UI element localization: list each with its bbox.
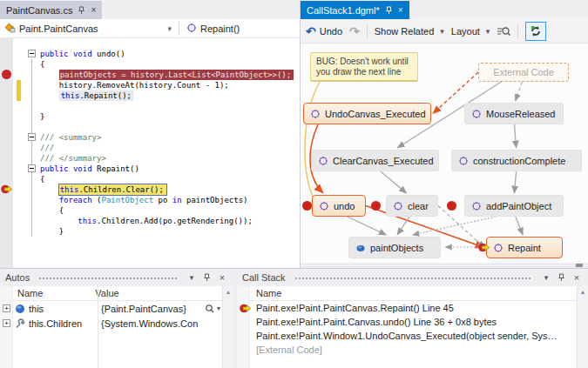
variable-name[interactable]: this	[29, 304, 44, 314]
method-icon	[458, 156, 469, 166]
breakpoint-icon[interactable]	[2, 70, 11, 79]
name-column-header[interactable]: Name	[256, 288, 281, 298]
code-line[interactable]: {	[40, 59, 300, 70]
graph-node-clear[interactable]: clear	[386, 195, 438, 217]
window-menu-icon[interactable]: ▾	[186, 273, 198, 282]
code-line[interactable]: {	[40, 205, 300, 216]
current-statement-highlight: this.Children.Clear();	[59, 184, 166, 195]
pin-icon[interactable]	[558, 273, 565, 282]
code-line[interactable]: this.Repaint();	[40, 90, 300, 101]
fold-collapse-icon[interactable]	[28, 50, 36, 57]
autos-titlebar[interactable]: Autos ▾ ×	[0, 269, 233, 286]
code-line[interactable]: public void undo()	[40, 49, 300, 59]
graph-node-clearExec[interactable]: ClearCanvas_Executed	[311, 150, 439, 171]
graph-bottom-strip	[301, 263, 588, 268]
filter-button[interactable]	[497, 25, 510, 37]
redo-button[interactable]: ↷	[349, 25, 360, 37]
fold-collapse-icon[interactable]	[28, 164, 36, 172]
graph-node-paintObjects[interactable]: paintObjects	[348, 237, 441, 258]
code-line[interactable]: this.Children.Add(po.getRendering());	[40, 216, 300, 226]
scroll-thumb[interactable]	[576, 264, 583, 267]
bug-note[interactable]: BUG: Doesn't work until you draw the nex…	[310, 52, 418, 82]
code-line[interactable]: /// </summary>	[40, 153, 300, 164]
tab-paintcanvas[interactable]: PaintCanvas.cs ×	[0, 1, 102, 19]
stack-frame-text[interactable]: Paint.exe!Paint.Window1.UndoCanvas_Execu…	[256, 331, 573, 341]
member-dropdown[interactable]: Repaint()	[181, 19, 300, 37]
code-line[interactable]: }	[40, 111, 300, 122]
drag-grip[interactable]	[38, 276, 177, 280]
undo-button[interactable]: ↶ Undo	[306, 25, 342, 37]
undo-label: Undo	[320, 26, 342, 37]
code-line[interactable]	[40, 122, 300, 132]
breakpoint-margin[interactable]	[0, 38, 13, 268]
scroll-up-icon[interactable]: ▲	[580, 286, 586, 295]
tab-callstack-dgml[interactable]: CallStack1.dgml* ×	[301, 1, 409, 19]
callstack-scrollbar[interactable]: ▲	[577, 286, 588, 368]
callstack-titlebar[interactable]: Call Stack ▾ ×	[237, 269, 588, 286]
autos-row[interactable]: +this{Paint.PaintCanvas}▾	[0, 301, 222, 316]
pin-icon[interactable]	[203, 273, 211, 282]
code-editor[interactable]: public void undo(){ paintObjects = histo…	[0, 38, 300, 268]
layout-dropdown[interactable]: Layout ▾	[451, 26, 490, 37]
scroll-up-icon[interactable]: ▲	[226, 286, 232, 295]
node-label: MouseReleased	[486, 109, 556, 119]
name-column-header[interactable]: Name	[17, 288, 43, 298]
show-related-dropdown[interactable]: Show Related ▾	[375, 26, 444, 37]
outlining-margin[interactable]	[24, 38, 40, 268]
graph-node-repaint[interactable]: Repaint	[486, 237, 563, 258]
current-statement-icon[interactable]	[1, 184, 13, 197]
code-line[interactable]: history.RemoveAt(history.Count - 1);	[40, 80, 300, 90]
autos-scrollbar[interactable]: ▲	[222, 286, 233, 368]
code-line[interactable]: paintObjects = history.Last<List<PaintOb…	[40, 70, 300, 80]
code-line[interactable]	[40, 101, 300, 111]
expand-icon[interactable]: +	[3, 304, 10, 312]
stack-frame-text[interactable]: Paint.exe!Paint.PaintCanvas.Repaint() Li…	[256, 303, 573, 313]
value-column-header[interactable]: Value	[95, 288, 118, 298]
callstack-row[interactable]: [External Code]	[237, 343, 577, 357]
expand-icon[interactable]: +	[3, 319, 10, 327]
close-icon[interactable]: ×	[571, 272, 583, 283]
code-text[interactable]: public void undo(){ paintObjects = histo…	[40, 38, 300, 268]
autos-header: Name Value	[0, 286, 222, 301]
graph-node-undoExec[interactable]: UndoCanvas_Executed	[303, 103, 431, 124]
window-menu-icon[interactable]: ▾	[540, 273, 552, 282]
pin-icon[interactable]	[385, 6, 393, 15]
fold-collapse-icon[interactable]	[28, 133, 36, 141]
graph-canvas[interactable]: External CodeUndoCanvas_ExecutedMouseRel…	[301, 43, 588, 263]
stack-frame-text[interactable]: Paint.exe!Paint.Paint.Canvas.undo() Line…	[256, 317, 573, 327]
layout-label: Layout	[451, 26, 480, 37]
callstack-row[interactable]: Paint.exe!Paint.PaintCanvas.Repaint() Li…	[237, 301, 577, 315]
visualizer-magnifier-icon[interactable]: ▾	[205, 304, 220, 314]
stack-frame-text[interactable]: [External Code]	[256, 345, 573, 355]
graph-node-undo[interactable]: undo	[312, 195, 366, 217]
close-icon[interactable]: ×	[91, 5, 96, 15]
code-line[interactable]: ///	[40, 143, 300, 153]
pin-icon[interactable]	[78, 6, 85, 15]
type-dropdown[interactable]: Paint.PaintCanvas ▾	[0, 19, 177, 37]
autos-row[interactable]: +this.Children{System.Windows.Controls	[0, 316, 222, 331]
node-label: UndoCanvas_Executed	[325, 109, 426, 119]
graph-node-external[interactable]: External Code	[478, 63, 569, 82]
drag-grip[interactable]	[294, 276, 531, 280]
graph-edge	[348, 217, 387, 235]
graph-node-addPaintObject[interactable]: addPaintObject	[464, 195, 564, 217]
callstack-row[interactable]: Paint.exe!Paint.Paint.Canvas.undo() Line…	[237, 315, 577, 329]
graph-node-mouseReleased[interactable]: MouseReleased	[464, 103, 564, 124]
variable-value[interactable]: {System.Windows.Controls	[101, 318, 198, 329]
variable-name[interactable]: this.Children	[29, 318, 82, 329]
close-icon[interactable]: ×	[398, 5, 403, 15]
sync-with-code-button[interactable]	[525, 22, 546, 41]
close-icon[interactable]: ×	[216, 272, 228, 283]
method-icon	[471, 201, 482, 211]
code-line[interactable]: this.Children.Clear();	[40, 184, 300, 195]
autos-window: Autos ▾ × Name Value +this{Paint.PaintCa…	[0, 269, 233, 368]
variable-value[interactable]: {Paint.PaintCanvas}	[101, 304, 198, 314]
selection-margin	[13, 38, 24, 268]
code-line[interactable]: }	[40, 226, 300, 237]
callstack-row[interactable]: Paint.exe!Paint.Window1.UndoCanvas_Execu…	[237, 329, 577, 343]
code-line[interactable]: foreach (PaintObject po in paintObjects)	[40, 195, 300, 205]
code-line[interactable]: {	[40, 174, 300, 184]
code-line[interactable]: /// <summary>	[40, 132, 300, 143]
code-line[interactable]: public void Repaint()	[40, 164, 300, 174]
graph-node-constructionComplete[interactable]: constructionComplete	[451, 150, 582, 171]
